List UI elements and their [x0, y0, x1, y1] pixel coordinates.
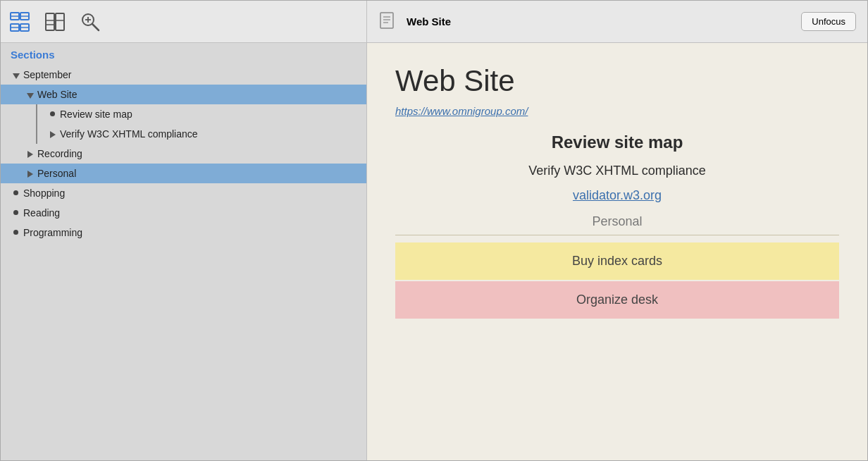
sidebar-item-website[interactable]: Web Site [1, 85, 366, 104]
sidebar-item-shopping[interactable]: Shopping [1, 183, 366, 203]
svg-rect-8 [46, 13, 54, 30]
sidebar: Sections September Web Site Review site … [1, 43, 367, 460]
bullet-icon [12, 228, 20, 237]
main-area: Sections September Web Site Review site … [1, 43, 867, 460]
content-subtitle: Review site map [395, 133, 839, 152]
sidebar-item-label: Recording [37, 148, 82, 159]
card-label: Organize desk [576, 293, 658, 307]
content-item-verify: Verify W3C XHTML compliance [395, 164, 839, 178]
sidebar-item-label: Reading [23, 207, 60, 219]
sidebar-item-programming[interactable]: Programming [1, 223, 366, 242]
chevron-right-icon [26, 149, 35, 158]
sidebar-item-label: Verify W3C XHTML compliance [60, 128, 198, 140]
chevron-right-icon [26, 169, 35, 178]
sidebar-item-personal[interactable]: Personal [1, 164, 366, 183]
card-label: Buy index cards [572, 254, 662, 268]
split-icon[interactable] [43, 10, 67, 34]
sidebar-item-verify-w3c[interactable]: Verify W3C XHTML compliance [37, 124, 366, 144]
content-personal: Personal [395, 214, 839, 229]
sidebar-item-label: Review site map [60, 109, 132, 120]
chevron-right-icon [49, 130, 57, 138]
chevron-down-icon [26, 90, 35, 99]
document-icon [378, 12, 398, 32]
sidebar-item-label: Personal [37, 168, 76, 179]
svg-line-14 [92, 24, 99, 30]
svg-rect-17 [380, 13, 393, 28]
content-title: Web Site [395, 64, 839, 98]
toolbar-right: Web Site Unfocus [367, 1, 867, 42]
sidebar-item-label: Web Site [37, 89, 78, 100]
grid-icon[interactable] [8, 10, 32, 34]
toolbar-title: Web Site [407, 16, 793, 27]
bullet-icon [49, 110, 57, 118]
sidebar-item-label: Programming [23, 227, 82, 238]
content-link[interactable]: https://www.omnigroup.com/ [395, 105, 839, 117]
bullet-icon [12, 189, 20, 197]
content-card-buy-index-cards: Buy index cards [395, 242, 839, 280]
zoom-icon[interactable] [78, 10, 102, 34]
divider [395, 235, 839, 235]
sidebar-header: Sections [1, 43, 366, 65]
content-card-organize-desk: Organize desk [395, 281, 839, 319]
sidebar-item-reading[interactable]: Reading [1, 203, 366, 223]
chevron-down-icon [12, 70, 20, 79]
content-panel: Web Site https://www.omnigroup.com/ Revi… [367, 43, 867, 460]
sidebar-item-september[interactable]: September [1, 65, 366, 85]
toolbar: Web Site Unfocus [1, 1, 867, 43]
toolbar-left [1, 1, 367, 42]
sidebar-item-label: September [23, 69, 71, 80]
sidebar-item-label: Shopping [23, 188, 65, 199]
unfocus-button[interactable]: Unfocus [801, 12, 856, 31]
sidebar-item-review-site-map[interactable]: Review site map [37, 104, 366, 124]
sidebar-item-recording[interactable]: Recording [1, 144, 366, 164]
svg-rect-9 [56, 13, 64, 30]
bullet-icon [12, 209, 20, 217]
content-item-link[interactable]: validator.w3.org [395, 188, 839, 203]
